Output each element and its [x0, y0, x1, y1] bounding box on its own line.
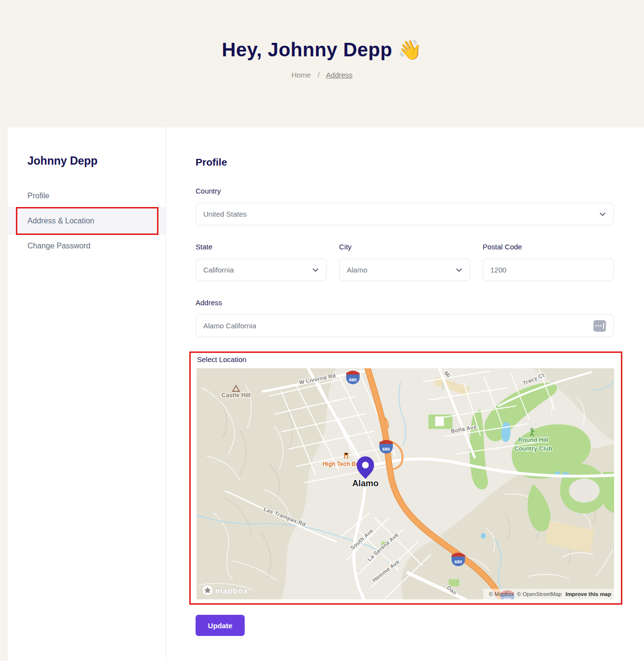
state-label: State	[196, 243, 327, 251]
map-container[interactable]: 680 680 680	[197, 368, 614, 599]
select-location-section: Select Location	[189, 351, 622, 605]
postal-code-label: Postal Code	[483, 243, 614, 251]
golf-inner-area	[569, 479, 600, 503]
map-canvas[interactable]: 680 680 680	[197, 368, 614, 599]
state-selected-value: California	[203, 266, 234, 274]
svg-text:High Tech Bur: High Tech Bur	[323, 461, 362, 467]
postal-code-input[interactable]	[490, 266, 606, 274]
address-control	[196, 314, 614, 337]
map-city-label: Alamo	[352, 479, 379, 488]
state-select[interactable]: California	[196, 259, 327, 281]
svg-text:680: 680	[382, 446, 390, 452]
chevron-down-icon	[456, 267, 462, 273]
page-header: Hey, Johnny Depp 👋 Home / Address	[0, 0, 644, 79]
state-field: State California	[196, 243, 327, 281]
address-label: Address	[196, 298, 614, 307]
chevron-down-icon	[312, 267, 319, 273]
address-field: Address	[196, 298, 614, 337]
city-select[interactable]: Alamo	[339, 259, 470, 281]
city-field: City Alamo	[339, 243, 470, 281]
update-button[interactable]: Update	[196, 615, 245, 636]
sidebar-nav: Profile Address & Location Change Passwo…	[8, 185, 166, 257]
sidebar-user-name: Johnny Depp	[27, 155, 166, 168]
svg-text:mapbox: mapbox	[215, 586, 248, 596]
map-attribution[interactable]: © Mapbox© OpenStreetMapImprove this map	[489, 591, 611, 597]
city-selected-value: Alamo	[347, 266, 368, 274]
postal-code-control	[483, 259, 614, 281]
svg-text:680: 680	[349, 377, 357, 382]
sidebar-item-profile[interactable]: Profile	[8, 185, 166, 207]
main-content: Profile Country United States State Cali…	[166, 128, 644, 661]
text-cursor-ellipsis-icon	[593, 320, 606, 332]
country-label: Country	[196, 187, 614, 195]
profile-card: Johnny Depp Profile Address & Location C…	[8, 128, 644, 661]
breadcrumb-address-link[interactable]: Address	[326, 71, 353, 79]
section-heading: Profile	[196, 156, 644, 168]
country-field: Country United States	[196, 187, 614, 225]
city-label: City	[339, 243, 470, 251]
sidebar-item-label: Profile	[27, 192, 49, 200]
mapbox-logo[interactable]: mapbox	[202, 585, 248, 596]
sidebar-item-address-location[interactable]: Address & Location	[8, 207, 166, 235]
chevron-down-icon	[599, 211, 606, 217]
sidebar-item-label: Change Password	[27, 242, 91, 250]
country-selected-value: United States	[203, 210, 247, 218]
address-input[interactable]	[203, 322, 593, 330]
select-location-label: Select Location	[197, 355, 614, 363]
country-select[interactable]: United States	[196, 203, 614, 225]
svg-text:Round Hill: Round Hill	[518, 437, 548, 443]
sidebar-item-label: Address & Location	[27, 217, 94, 225]
profile-form: Country United States State California C…	[196, 187, 614, 661]
breadcrumb-home-link[interactable]: Home	[291, 71, 311, 79]
postal-code-field: Postal Code	[483, 243, 614, 281]
svg-text:Castle Hill: Castle Hill	[222, 392, 250, 399]
sidebar-item-change-password[interactable]: Change Password	[8, 235, 166, 257]
breadcrumb: Home / Address	[0, 71, 644, 79]
svg-text:Country Club: Country Club	[514, 445, 552, 452]
breadcrumb-separator: /	[317, 71, 319, 79]
sidebar: Johnny Depp Profile Address & Location C…	[8, 128, 166, 661]
svg-text:680: 680	[454, 559, 462, 564]
page-title: Hey, Johnny Depp 👋	[0, 39, 644, 61]
